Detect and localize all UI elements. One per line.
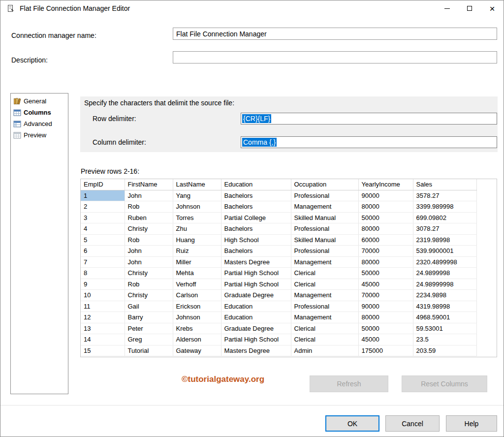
table-cell[interactable]: Clerical [291,268,358,279]
table-cell[interactable]: 203.59 [413,345,476,356]
table-cell[interactable]: Torres [173,212,221,223]
table-cell[interactable]: Bachelors [221,223,291,235]
table-cell[interactable]: Bachelors [221,190,291,201]
table-cell[interactable]: Miller [173,256,221,268]
table-cell[interactable]: 4319.98998 [413,301,476,312]
sidebar-item-preview[interactable]: Preview [12,129,67,141]
table-cell[interactable]: 24.98999998 [413,279,476,290]
table-cell[interactable]: 3078.27 [413,223,476,235]
table-cell[interactable]: Bachelors [221,201,291,213]
table-cell[interactable]: 13 [81,323,125,334]
table-cell[interactable]: Rob [125,234,173,246]
table-cell[interactable]: Gail [125,301,173,312]
table-cell[interactable]: 4968.59001 [413,312,476,323]
table-cell[interactable]: Partial High School [221,334,291,345]
table-cell[interactable]: Gateway [173,345,221,356]
table-cell[interactable]: Rob [125,201,173,213]
table-cell[interactable]: John [125,246,173,257]
table-cell[interactable]: Management [291,290,358,301]
table-cell[interactable]: Management [291,201,358,213]
close-button[interactable]: × [481,0,504,16]
table-cell[interactable]: 2320.4899998 [413,256,476,268]
table-cell[interactable]: Professional [291,301,358,312]
table-cell[interactable]: 3578.27 [413,190,476,201]
table-cell[interactable]: Peter [125,323,173,334]
table-cell[interactable]: Alderson [173,334,221,345]
table-cell[interactable]: Clerical [291,279,358,290]
table-cell[interactable]: Yang [173,190,221,201]
table-cell[interactable]: Professional [291,246,358,257]
table-cell[interactable]: Clerical [291,334,358,345]
table-cell[interactable]: Management [291,312,358,323]
table-cell[interactable]: Rob [125,279,173,290]
table-cell[interactable]: 539.9900001 [413,246,476,257]
table-cell[interactable]: 60000 [358,234,413,246]
table-cell[interactable]: Tutorial [125,345,173,356]
table-cell[interactable]: Christy [125,290,173,301]
table-cell[interactable]: 12 [81,312,125,323]
table-cell[interactable]: Admin [291,345,358,356]
table-cell[interactable]: Partial High School [221,268,291,279]
table-cell[interactable]: Masters Degree [221,256,291,268]
table-cell[interactable]: High School [221,234,291,246]
sidebar-item-general[interactable]: General [12,95,67,107]
sidebar-item-columns[interactable]: Columns [12,107,67,118]
table-cell[interactable]: 3399.989998 [413,201,476,213]
table-cell[interactable]: 59.53001 [413,323,476,334]
table-cell[interactable]: Professional [291,223,358,235]
help-button[interactable]: Help [446,415,497,432]
table-cell[interactable]: John [125,256,173,268]
table-cell[interactable]: 80000 [358,256,413,268]
table-cell[interactable]: Zhu [173,223,221,235]
table-cell[interactable]: 11 [81,301,125,312]
column-header-education[interactable]: Education [221,179,291,190]
table-cell[interactable]: 50000 [358,323,413,334]
minimize-button[interactable] [436,0,458,16]
cancel-button[interactable]: Cancel [385,415,440,432]
table-cell[interactable]: Graduate Degree [221,290,291,301]
table-cell[interactable]: Ruben [125,212,173,223]
table-cell[interactable]: Education [221,301,291,312]
table-cell[interactable]: Professional [291,190,358,201]
connection-manager-name-input[interactable] [173,28,497,40]
table-cell[interactable]: 175000 [358,345,413,356]
column-header-lastname[interactable]: LastName [173,179,221,190]
table-cell[interactable]: 8 [81,268,125,279]
table-cell[interactable]: 2234.9898 [413,290,476,301]
table-cell[interactable]: 14 [81,334,125,345]
table-cell[interactable]: 5 [81,234,125,246]
table-cell[interactable]: 90000 [358,301,413,312]
table-cell[interactable]: 80000 [358,312,413,323]
table-cell[interactable]: 10 [81,290,125,301]
table-cell[interactable]: Greg [125,334,173,345]
refresh-button[interactable]: Refresh [310,375,388,392]
table-cell[interactable]: Johnson [173,312,221,323]
ok-button[interactable]: OK [325,415,379,432]
column-header-occupation[interactable]: Occupation [291,179,358,190]
table-cell[interactable]: Skilled Manual [291,234,358,246]
sidebar-item-advanced[interactable]: Advanced [12,118,67,129]
table-cell[interactable]: 6 [81,246,125,257]
table-cell[interactable]: 7 [81,256,125,268]
table-cell[interactable]: 2319.98998 [413,234,476,246]
table-cell[interactable]: Masters Degree [221,345,291,356]
table-cell[interactable]: Mehta [173,268,221,279]
table-cell[interactable]: 4 [81,223,125,235]
table-cell[interactable]: 9 [81,279,125,290]
table-cell[interactable]: Verhoff [173,279,221,290]
maximize-button[interactable] [458,0,481,16]
table-cell[interactable]: 15 [81,345,125,356]
table-cell[interactable]: 24.9899998 [413,268,476,279]
table-cell[interactable]: Johnson [173,201,221,213]
table-cell[interactable]: Christy [125,223,173,235]
table-cell[interactable]: Clerical [291,323,358,334]
row-delimiter-combo[interactable]: {CR}{LF} [241,113,497,125]
table-cell[interactable]: Partial High School [221,279,291,290]
table-cell[interactable]: Partial College [221,212,291,223]
table-cell[interactable]: Education [221,312,291,323]
table-cell[interactable]: Carlson [173,290,221,301]
table-cell[interactable]: 90000 [358,190,413,201]
table-cell[interactable]: Graduate Degree [221,323,291,334]
column-header-firstname[interactable]: FirstName [125,179,173,190]
table-cell[interactable]: Ruiz [173,246,221,257]
